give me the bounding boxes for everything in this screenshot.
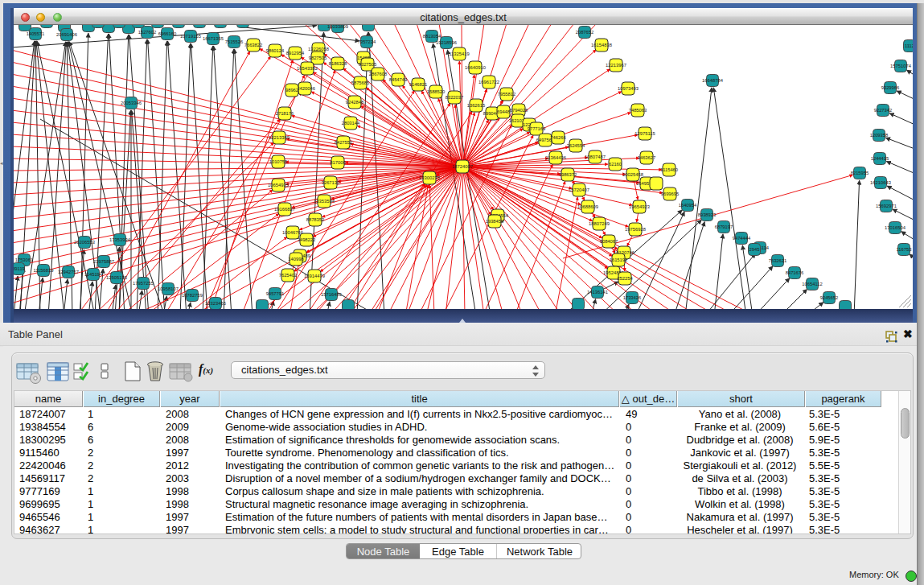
svg-text:7485063: 7485063: [629, 108, 647, 113]
svg-text:9474444: 9474444: [733, 236, 751, 241]
svg-text:7986372: 7986372: [559, 172, 577, 177]
svg-text:1145194: 1145194: [84, 272, 103, 277]
svg-text:3267130: 3267130: [322, 180, 340, 185]
svg-text:19654923: 19654923: [629, 204, 650, 209]
svg-text:7632621: 7632621: [769, 258, 787, 263]
svg-text:13353594: 13353594: [314, 199, 335, 204]
svg-text:15751074: 15751074: [890, 64, 912, 68]
svg-text:252254: 252254: [617, 276, 633, 281]
svg-text:1405571: 1405571: [27, 31, 45, 36]
svg-text:12942757: 12942757: [58, 270, 79, 274]
svg-text:20206553: 20206553: [74, 240, 95, 245]
svg-text:15692971: 15692971: [876, 204, 897, 208]
svg-text:9699695: 9699695: [661, 192, 680, 196]
svg-text:5875685: 5875685: [351, 80, 370, 85]
svg-text:12323465: 12323465: [205, 301, 226, 306]
svg-text:10046766: 10046766: [282, 230, 303, 235]
svg-text:817006: 817006: [330, 160, 345, 165]
svg-text:17957255: 17957255: [133, 281, 154, 286]
svg-text:17353934: 17353934: [109, 237, 131, 242]
svg-text:16033809: 16033809: [327, 25, 348, 29]
svg-text:9777169: 9777169: [528, 126, 546, 131]
svg-text:9463627: 9463627: [638, 155, 656, 160]
svg-text:21364436: 21364436: [545, 155, 566, 160]
svg-text:1753061: 1753061: [15, 257, 34, 262]
svg-text:10807487: 10807487: [585, 154, 606, 159]
svg-text:16671355: 16671355: [203, 36, 224, 41]
svg-text:14136141: 14136141: [587, 290, 608, 295]
svg-text:10688609: 10688609: [577, 204, 598, 209]
svg-text:9457791: 9457791: [266, 291, 285, 296]
svg-text:2945: 2945: [749, 247, 760, 252]
svg-text:69448: 69448: [497, 109, 510, 114]
svg-text:23975887: 23975887: [93, 259, 114, 264]
svg-text:12975115: 12975115: [634, 131, 655, 136]
svg-text:1733426: 1733426: [623, 295, 642, 300]
svg-text:9327505: 9327505: [359, 62, 377, 67]
svg-text:1010755: 1010755: [269, 159, 288, 164]
svg-text:17016504: 17016504: [885, 225, 906, 230]
svg-text:10025458: 10025458: [622, 172, 643, 177]
svg-text:9242848: 9242848: [346, 100, 364, 105]
svg-text:16961722: 16961722: [478, 80, 499, 84]
svg-text:18724007: 18724007: [452, 164, 473, 169]
svg-text:16154838: 16154838: [591, 43, 612, 47]
svg-text:9827505: 9827505: [309, 56, 327, 60]
svg-text:9146821: 9146821: [409, 82, 428, 87]
svg-text:10654112: 10654112: [802, 282, 822, 286]
svg-text:1938455: 1938455: [486, 219, 504, 224]
svg-text:7357224: 7357224: [358, 39, 376, 44]
svg-text:10719155: 10719155: [180, 34, 201, 39]
svg-text:1209358: 1209358: [870, 133, 889, 138]
svg-text:8912954: 8912954: [286, 51, 305, 56]
svg-text:10973493: 10973493: [618, 86, 639, 91]
svg-text:16543382: 16543382: [297, 66, 318, 71]
svg-text:16640910: 16640910: [465, 65, 486, 70]
svg-text:140998: 140998: [288, 257, 303, 262]
svg-text:19218596: 19218596: [436, 40, 457, 45]
svg-text:16914479: 16914479: [304, 274, 325, 278]
svg-text:15716485: 15716485: [321, 292, 342, 297]
svg-text:7663822: 7663822: [244, 43, 263, 47]
svg-text:7515526: 7515526: [225, 39, 244, 44]
svg-text:20691406: 20691406: [56, 32, 77, 37]
svg-text:16648784: 16648784: [702, 78, 724, 83]
svg-text:9860124: 9860124: [266, 48, 285, 53]
svg-text:116753: 116753: [897, 247, 912, 252]
svg-text:6794028: 6794028: [510, 108, 528, 113]
svg-text:1615192: 1615192: [610, 257, 628, 262]
svg-text:62160: 62160: [609, 162, 622, 167]
svg-text:11156819: 11156819: [34, 268, 54, 273]
svg-text:12213967: 12213967: [606, 63, 626, 68]
svg-text:19166827: 19166827: [274, 207, 295, 212]
svg-text:1588520: 1588520: [427, 89, 446, 94]
svg-text:8878352: 8878352: [306, 217, 325, 222]
svg-text:15720407: 15720407: [569, 187, 589, 192]
svg-text:9245652: 9245652: [820, 295, 839, 300]
svg-text:7955812: 7955812: [498, 92, 516, 97]
svg-text:8813054: 8813054: [423, 34, 441, 39]
svg-text:1112: 1112: [905, 43, 913, 48]
svg-text:9329966: 9329966: [881, 85, 900, 90]
svg-text:1527602: 1527602: [138, 30, 157, 35]
svg-text:746266: 746266: [550, 135, 565, 140]
svg-text:39119: 39119: [14, 266, 25, 271]
svg-text:2718176: 2718176: [276, 111, 294, 116]
svg-text:8471676: 8471676: [786, 270, 804, 275]
svg-text:8186328: 8186328: [329, 61, 347, 66]
svg-text:23300275: 23300275: [419, 175, 440, 180]
svg-text:9115460: 9115460: [660, 167, 678, 172]
svg-text:8454749: 8454749: [389, 77, 408, 82]
svg-text:1640954: 1640954: [679, 203, 697, 208]
svg-text:19756928: 19756928: [625, 227, 646, 232]
svg-text:2803144: 2803144: [342, 121, 360, 126]
svg-text:10958107: 10958107: [158, 286, 179, 291]
svg-text:12505135: 12505135: [106, 275, 127, 280]
svg-text:7625402: 7625402: [279, 273, 298, 278]
svg-text:98962: 98962: [285, 88, 298, 93]
svg-text:3624554: 3624554: [567, 143, 585, 148]
svg-text:20053346: 20053346: [121, 101, 142, 105]
svg-text:8938923: 8938923: [698, 212, 717, 217]
svg-text:10654935: 10654935: [268, 183, 289, 187]
svg-text:13226058: 13226058: [308, 47, 329, 51]
